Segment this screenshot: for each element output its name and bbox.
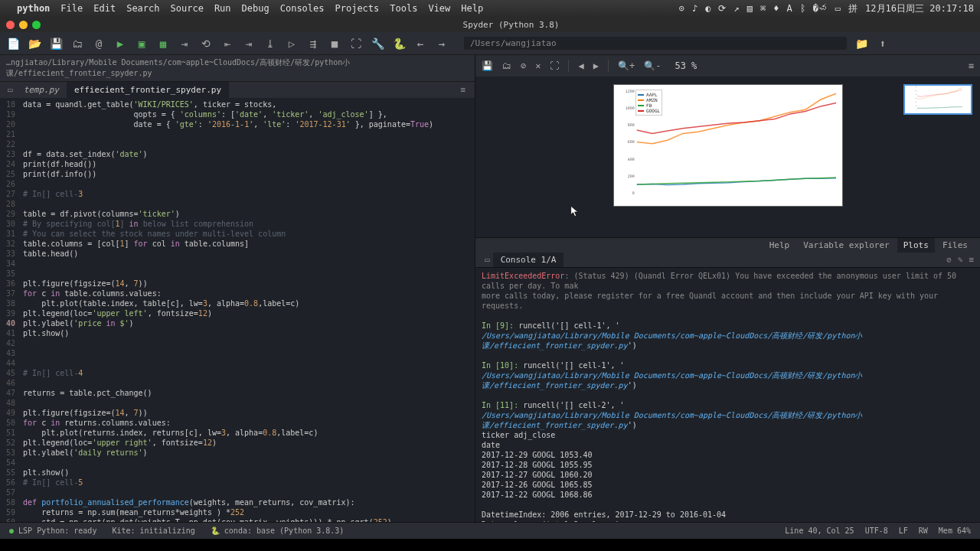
tab-plots[interactable]: Plots [897, 238, 935, 253]
save-icon[interactable]: 💾 [49, 37, 63, 51]
back-icon[interactable]: ← [413, 37, 427, 51]
delete-all-icon[interactable]: ⛶ [550, 60, 559, 71]
status-icon[interactable]: ♦ [773, 3, 779, 14]
menu-search[interactable]: Search [126, 3, 159, 14]
menu-tools[interactable]: Tools [390, 3, 417, 14]
editor-pane: …ngjiatao/Library/Mobile Documents/com~a… [0, 55, 475, 522]
zoom-out-icon[interactable]: 🔍- [644, 60, 661, 71]
stop-icon[interactable]: ■ [328, 37, 341, 51]
battery-icon[interactable]: ▭ [835, 3, 841, 14]
next-plot-icon[interactable]: ▶ [593, 60, 599, 71]
svg-text:0: 0 [632, 191, 634, 195]
plot-thumbnail[interactable]: 020040060080010001200 [903, 84, 972, 115]
status-icon[interactable]: ᛒ [800, 3, 805, 14]
save-plot-icon[interactable]: 💾 [482, 60, 493, 71]
working-dir[interactable]: /Users/wangjiatao [464, 37, 847, 50]
svg-text:600: 600 [627, 139, 634, 144]
memory[interactable]: Mem 64% [939, 527, 971, 535]
svg-text:800: 800 [627, 122, 634, 127]
run-icon[interactable]: ▶ [113, 37, 127, 51]
ipython-console[interactable]: LimitExceededError: (Status 429) (Quandl… [475, 268, 980, 522]
clock[interactable]: 12月16日周三 20:17:18 [865, 2, 974, 15]
window-titlebar: Spyder (Python 3.8) [0, 17, 980, 32]
pythonpath-icon[interactable]: 🐍 [392, 37, 406, 51]
conda-env[interactable]: 🐍 conda: base (Python 3.8.3) [211, 527, 345, 535]
status-icon[interactable]: 拼 [848, 2, 858, 15]
console-list-icon[interactable]: ▭ [482, 255, 493, 265]
debug-step-icon[interactable]: ⇤ [220, 37, 234, 51]
save-all-icon[interactable]: 🗂 [70, 37, 84, 51]
tab-help[interactable]: Help [763, 238, 796, 253]
prev-plot-icon[interactable]: ◀ [578, 60, 583, 71]
tab-files[interactable]: Files [936, 238, 974, 253]
plot-figure[interactable]: 020040060080010001200 AAPL AMZN FB GOOGL [613, 84, 843, 207]
status-icon[interactable]: ▤ [747, 3, 753, 14]
clear-icon[interactable]: ✎ [958, 255, 963, 265]
status-icon[interactable]: A [786, 3, 792, 14]
open-icon[interactable]: 📂 [28, 37, 41, 51]
tab-options-icon[interactable]: ≡ [456, 85, 470, 95]
save-all-plots-icon[interactable]: 🗂 [502, 60, 511, 71]
options-icon[interactable]: ≡ [969, 255, 974, 265]
console-tab[interactable]: Console 1/A [493, 253, 564, 267]
svg-text:400: 400 [627, 157, 634, 161]
menu-edit[interactable]: Edit [93, 3, 116, 14]
kite-status[interactable]: Kite: initializing [112, 527, 194, 535]
encoding[interactable]: UTF-8 [865, 527, 888, 535]
svg-text:600: 600 [915, 98, 916, 99]
parent-dir-icon[interactable]: ⬆ [876, 37, 890, 51]
tools-icon[interactable]: 🔧 [371, 37, 384, 51]
svg-text:800: 800 [915, 94, 916, 96]
run-cell-advance-icon[interactable]: ▦ [156, 37, 170, 51]
status-icon[interactable]: ◐ [705, 3, 710, 14]
main-toolbar: 📄 📂 💾 🗂 @ ▶ ▣ ▦ ⇥ ⟲ ⇤ ⇥ ⤓ ▷ ⇶ ■ ⛶ 🔧 🐍 ← … [0, 32, 980, 55]
status-icon[interactable]: ↗ [733, 3, 739, 14]
debug-step-icon[interactable]: ⇶ [306, 37, 320, 51]
close-icon[interactable] [6, 21, 15, 29]
run-cell-icon[interactable]: ▣ [135, 37, 149, 51]
lsp-status[interactable]: ● LSP Python: ready [9, 527, 96, 535]
restart-icon[interactable]: ⟲ [199, 37, 213, 51]
options-icon[interactable]: ≡ [969, 60, 974, 71]
eol[interactable]: LF [899, 527, 908, 535]
menu-view[interactable]: View [428, 3, 450, 14]
forward-icon[interactable]: → [435, 37, 449, 51]
app-name[interactable]: python [17, 3, 50, 14]
status-icon[interactable]: ⊙ [679, 3, 684, 14]
menu-help[interactable]: Help [461, 3, 483, 14]
menu-file[interactable]: File [60, 3, 83, 14]
delete-plot-icon[interactable]: ✕ [535, 60, 541, 71]
tab-temp[interactable]: temp.py [16, 82, 67, 98]
rw-status: RW [919, 527, 928, 535]
status-icon[interactable]: ⟳ [718, 3, 726, 14]
zoom-in-icon[interactable]: 🔍+ [618, 60, 635, 71]
macos-menubar: python File Edit Search Source Run Debug… [0, 0, 980, 17]
tab-efficient-frontier[interactable]: effiecient_frontier_spyder.py [67, 82, 229, 98]
tab-list-icon[interactable]: ▭ [5, 85, 16, 95]
debug-step-icon[interactable]: ⤓ [263, 37, 277, 51]
maximize-icon[interactable]: ⛶ [349, 37, 363, 51]
browse-icon[interactable]: 📁 [854, 37, 868, 51]
svg-text:1200: 1200 [915, 86, 917, 88]
interrupt-icon[interactable]: ⊘ [946, 255, 952, 265]
copy-plot-icon[interactable]: ⊘ [521, 60, 526, 71]
statusbar: ● LSP Python: ready Kite: initializing 🐍… [0, 522, 980, 539]
code-editor[interactable]: 18 19 20 21 22 23 24 25 26 27 28 29 30 3… [0, 98, 475, 522]
menu-debug[interactable]: Debug [242, 3, 270, 14]
menu-run[interactable]: Run [214, 3, 231, 14]
menu-projects[interactable]: Projects [335, 3, 380, 14]
tab-variable-explorer[interactable]: Variable explorer [797, 238, 896, 253]
minimize-icon[interactable] [19, 21, 28, 29]
wifi-icon[interactable]: �చ [813, 3, 828, 14]
maximize-icon[interactable] [32, 21, 41, 29]
menu-consoles[interactable]: Consoles [280, 3, 325, 14]
run-selection-icon[interactable]: ⇥ [178, 37, 191, 51]
debug-step-icon[interactable]: ⇥ [242, 37, 256, 51]
new-file-icon[interactable]: 📄 [6, 37, 20, 51]
status-icon[interactable]: ⌘ [760, 3, 766, 14]
at-icon[interactable]: @ [92, 37, 106, 51]
file-path: …ngjiatao/Library/Mobile Documents/com~a… [0, 55, 475, 82]
menu-source[interactable]: Source [171, 3, 204, 14]
debug-continue-icon[interactable]: ▷ [285, 37, 299, 51]
status-icon[interactable]: ♪ [692, 3, 697, 14]
